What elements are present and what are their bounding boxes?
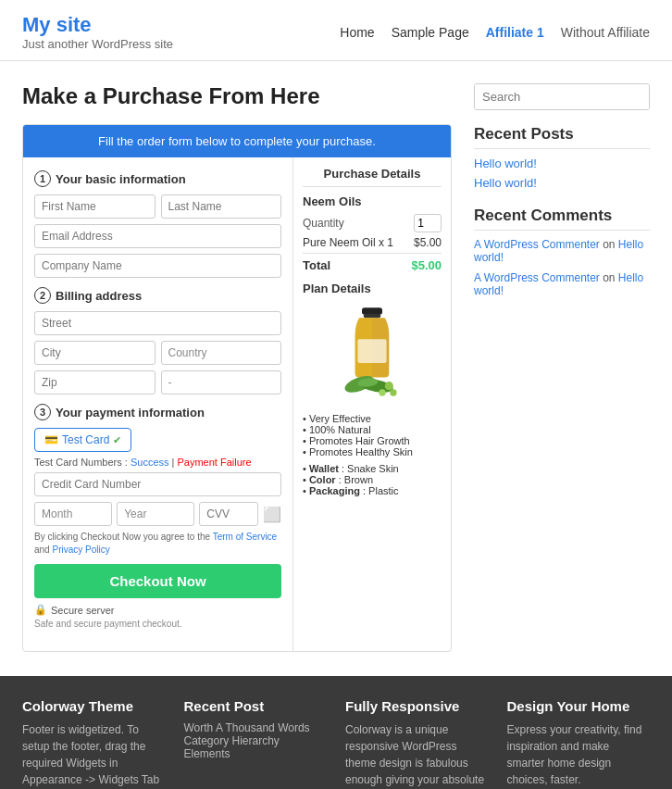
section-billing: 2 Billing address Country: [34, 287, 281, 394]
street-input[interactable]: [34, 311, 281, 335]
bullet-2: 100% Natural: [303, 424, 442, 435]
total-price: $5.00: [411, 258, 442, 272]
svg-rect-0: [362, 307, 382, 314]
section-payment: 3 Your payment information 💳 Test Card ✔: [34, 404, 281, 629]
footer-col1-title: Colorway Theme: [22, 698, 166, 714]
footer-col2-title: Recent Post: [184, 698, 328, 714]
first-name-input[interactable]: [34, 194, 156, 219]
zip-row: -: [34, 370, 281, 394]
commenter-link-2[interactable]: A WordPress Commenter: [474, 271, 600, 284]
card-numbers-text: Test Card Numbers :: [34, 457, 128, 468]
item-price: $5.00: [414, 236, 442, 249]
search-button[interactable]: 🔍: [645, 84, 650, 109]
product-name: Neem Oils: [303, 194, 442, 208]
section-basic-info: 1 Your basic information: [34, 170, 281, 278]
checkout-button[interactable]: Checkout Now: [34, 564, 281, 598]
search-input[interactable]: [475, 84, 645, 109]
check-icon: ✔: [113, 434, 121, 446]
qty-input[interactable]: [414, 214, 442, 232]
content-area: Make a Purchase From Here Fill the order…: [22, 83, 452, 652]
plan-details-title: Plan Details: [303, 282, 442, 295]
comment-1: A WordPress Commenter on Hello world!: [474, 238, 650, 264]
card-number-input[interactable]: [34, 472, 281, 496]
section2-title: Billing address: [56, 289, 142, 303]
page-title: Make a Purchase From Here: [22, 83, 452, 109]
secure-row: 🔒 Secure server: [34, 604, 281, 616]
privacy-link[interactable]: Privacy Policy: [52, 545, 109, 555]
product-image-container: [303, 301, 442, 406]
site-header: My site Just another WordPress site Home…: [0, 0, 672, 61]
card-numbers-info: Test Card Numbers : Success | Payment Fa…: [34, 457, 281, 468]
recent-comments-title: Recent Comments: [474, 207, 650, 231]
nav-home[interactable]: Home: [340, 25, 374, 40]
bullet-3: Promotes Hair Growth: [303, 435, 442, 446]
footer-recent-post-link2[interactable]: Category Hierarchy Elements: [184, 734, 328, 760]
attr-color: Color : Brown: [303, 474, 442, 485]
comment-2: A WordPress Commenter on Hello world!: [474, 271, 650, 297]
cvv-input[interactable]: [199, 502, 258, 526]
svg-rect-2: [357, 339, 386, 363]
form-left-panel: 1 Your basic information: [23, 157, 293, 651]
main-content: Make a Purchase From Here Fill the order…: [0, 61, 672, 667]
footer-col3-title: Fully Responsive: [345, 698, 489, 714]
card-failure-link[interactable]: Payment Failure: [178, 457, 252, 468]
form-body: 1 Your basic information: [23, 157, 451, 651]
comment-on-2: on: [603, 271, 618, 284]
form-header-bar: Fill the order form below to complete yo…: [23, 125, 451, 157]
footer-recent-post-link1[interactable]: Worth A Thousand Words: [184, 721, 328, 734]
section3-num: 3: [34, 404, 51, 420]
recent-posts-title: Recent Posts: [474, 125, 650, 149]
section1-num: 1: [34, 170, 51, 187]
recent-post-1[interactable]: Hello world!: [474, 157, 650, 170]
secure-label: Secure server: [51, 605, 114, 616]
site-branding: My site Just another WordPress site: [22, 13, 173, 51]
total-label: Total: [303, 258, 330, 272]
year-select[interactable]: Year: [117, 502, 194, 526]
email-input[interactable]: [34, 224, 281, 248]
zip2-select[interactable]: -: [161, 370, 282, 394]
terms-text: By clicking Checkout Now you agree to th…: [34, 531, 281, 557]
svg-point-6: [385, 382, 393, 390]
item-row: Pure Neem Oil x 1 $5.00: [303, 236, 442, 249]
footer-grid: Colorway Theme Footer is widgetized. To …: [22, 698, 650, 789]
form-right-panel: Purchase Details Neem Oils Quantity Pure…: [293, 157, 451, 651]
purchase-form-container: Fill the order form below to complete yo…: [22, 124, 452, 652]
secure-bottom-text: Safe and secure payment checkout.: [34, 619, 281, 629]
sidebar: 🔍 Recent Posts Hello world! Hello world!…: [474, 83, 650, 652]
qty-row: Quantity: [303, 214, 442, 232]
svg-point-8: [390, 389, 396, 395]
zip-input[interactable]: [34, 370, 156, 394]
bullet-1: Very Effective: [303, 413, 442, 424]
nav-affiliate1[interactable]: Affiliate 1: [486, 25, 544, 40]
site-title: My site: [22, 13, 173, 37]
street-row: [34, 311, 281, 335]
recent-post-2[interactable]: Hello world!: [474, 176, 650, 190]
card-number-row: [34, 472, 281, 496]
company-input[interactable]: [34, 254, 281, 278]
svg-rect-1: [364, 314, 380, 319]
main-nav: Home Sample Page Affiliate 1 Without Aff…: [340, 25, 650, 40]
nav-without-affiliate[interactable]: Without Affiliate: [561, 25, 650, 40]
last-name-input[interactable]: [161, 194, 282, 219]
footer-col4-text: Express your creativity, find inspiratio…: [507, 721, 651, 788]
card-success-link[interactable]: Success: [131, 457, 169, 468]
bullet-4: Promotes Healthy Skin: [303, 446, 442, 457]
city-input[interactable]: [34, 341, 156, 365]
company-row: [34, 254, 281, 278]
terms-link[interactable]: Term of Service: [213, 532, 277, 542]
country-select[interactable]: Country: [161, 341, 282, 365]
attr-wallet: Wallet : Snake Skin: [303, 463, 442, 474]
test-card-button[interactable]: 💳 Test Card ✔: [34, 428, 131, 452]
test-card-label: Test Card: [62, 433, 109, 446]
item-label: Pure Neem Oil x 1: [303, 236, 393, 249]
lock-icon: 🔒: [34, 604, 47, 616]
footer-col-responsive: Fully Responsive Colorway is a unique re…: [345, 698, 489, 789]
attr-packaging: Packaging : Plastic: [303, 485, 442, 496]
site-footer: Colorway Theme Footer is widgetized. To …: [0, 676, 672, 789]
commenter-link-1[interactable]: A WordPress Commenter: [474, 238, 600, 251]
section1-title: Your basic information: [56, 172, 186, 186]
nav-sample-page[interactable]: Sample Page: [392, 25, 469, 40]
footer-col-design: Design Your Home Express your creativity…: [507, 698, 651, 789]
comment-on-1: on: [603, 238, 618, 251]
month-select[interactable]: Month: [34, 502, 112, 526]
